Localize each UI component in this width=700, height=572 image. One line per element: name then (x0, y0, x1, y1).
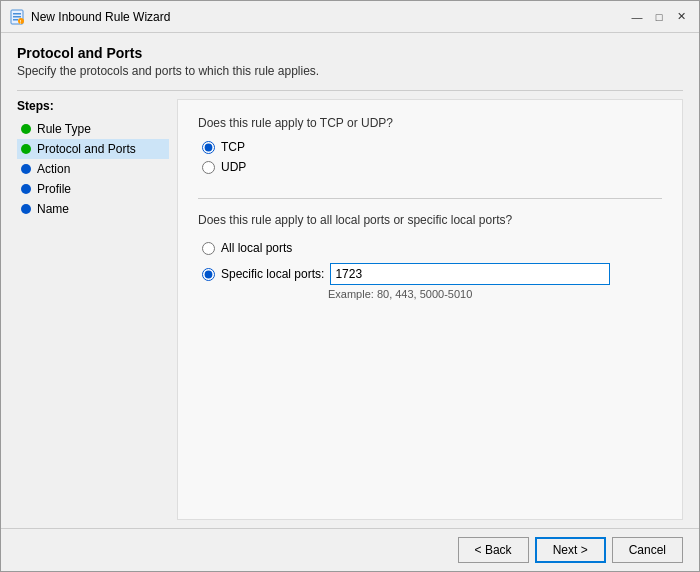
ports-radio-group: All local ports Specific local ports: 17… (202, 241, 662, 285)
protocol-radio-group: TCP UDP (202, 140, 662, 174)
maximize-button[interactable]: □ (649, 7, 669, 27)
step-label-profile: Profile (37, 182, 71, 196)
step-dot-name (21, 204, 31, 214)
content-area: Protocol and Ports Specify the protocols… (1, 33, 699, 528)
header-divider (17, 90, 683, 91)
sidebar-item-name[interactable]: Name (17, 199, 169, 219)
main-layout: Steps: Rule Type Protocol and Ports Acti… (17, 99, 683, 520)
sidebar-item-rule-type[interactable]: Rule Type (17, 119, 169, 139)
sidebar-item-protocol-ports[interactable]: Protocol and Ports (17, 139, 169, 159)
tcp-radio[interactable] (202, 141, 215, 154)
page-header: Protocol and Ports Specify the protocols… (17, 45, 683, 78)
window-title: New Inbound Rule Wizard (31, 10, 170, 24)
port-example: Example: 80, 443, 5000-5010 (328, 288, 662, 300)
specific-ports-radio[interactable] (202, 268, 215, 281)
cancel-button[interactable]: Cancel (612, 537, 683, 563)
step-dot-protocol-ports (21, 144, 31, 154)
main-window: ! New Inbound Rule Wizard — □ ✕ Protocol… (0, 0, 700, 572)
specific-ports-option[interactable]: Specific local ports: (202, 267, 324, 281)
all-ports-label: All local ports (221, 241, 292, 255)
step-dot-rule-type (21, 124, 31, 134)
ports-question: Does this rule apply to all local ports … (198, 213, 662, 227)
svg-rect-1 (13, 13, 21, 15)
page-subtitle: Specify the protocols and ports to which… (17, 64, 683, 78)
specific-ports-row: Specific local ports: 1723 (202, 263, 662, 285)
title-bar-left: ! New Inbound Rule Wizard (9, 9, 170, 25)
steps-label: Steps: (17, 99, 169, 113)
title-controls: — □ ✕ (627, 7, 691, 27)
wizard-icon: ! (9, 9, 25, 25)
step-label-name: Name (37, 202, 69, 216)
step-dot-profile (21, 184, 31, 194)
udp-radio[interactable] (202, 161, 215, 174)
step-label-rule-type: Rule Type (37, 122, 91, 136)
all-ports-option[interactable]: All local ports (202, 241, 662, 255)
close-button[interactable]: ✕ (671, 7, 691, 27)
sidebar-item-action[interactable]: Action (17, 159, 169, 179)
protocol-question: Does this rule apply to TCP or UDP? (198, 116, 662, 130)
footer: < Back Next > Cancel (1, 528, 699, 571)
all-ports-radio[interactable] (202, 242, 215, 255)
tcp-label: TCP (221, 140, 245, 154)
port-input[interactable]: 1723 (330, 263, 610, 285)
right-panel: Does this rule apply to TCP or UDP? TCP … (177, 99, 683, 520)
sidebar-item-profile[interactable]: Profile (17, 179, 169, 199)
ports-section: All local ports Specific local ports: 17… (198, 241, 662, 300)
svg-rect-2 (13, 16, 21, 18)
svg-rect-3 (13, 19, 18, 21)
title-bar: ! New Inbound Rule Wizard — □ ✕ (1, 1, 699, 33)
minimize-button[interactable]: — (627, 7, 647, 27)
step-dot-action (21, 164, 31, 174)
udp-label: UDP (221, 160, 246, 174)
step-label-protocol-ports: Protocol and Ports (37, 142, 136, 156)
specific-ports-label: Specific local ports: (221, 267, 324, 281)
page-title: Protocol and Ports (17, 45, 683, 61)
back-button[interactable]: < Back (458, 537, 529, 563)
section-divider (198, 198, 662, 199)
udp-option[interactable]: UDP (202, 160, 662, 174)
step-label-action: Action (37, 162, 70, 176)
sidebar: Steps: Rule Type Protocol and Ports Acti… (17, 99, 177, 520)
tcp-option[interactable]: TCP (202, 140, 662, 154)
next-button[interactable]: Next > (535, 537, 606, 563)
